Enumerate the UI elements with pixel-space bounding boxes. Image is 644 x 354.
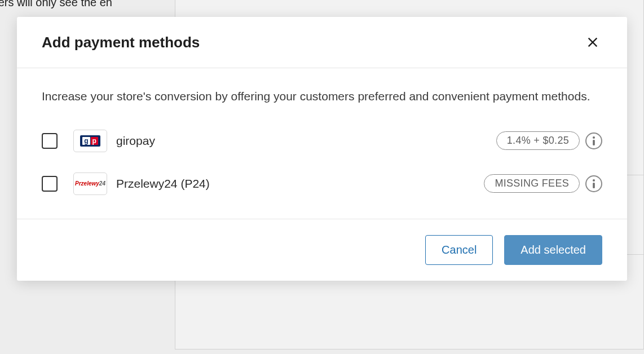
giropay-logo: gp: [73, 130, 107, 152]
info-icon: [592, 179, 596, 188]
close-button[interactable]: [583, 33, 602, 52]
fee-badge-p24: MISSING FEES: [484, 174, 580, 193]
checkbox-giropay[interactable]: [42, 133, 58, 149]
modal-header: Add payment methods: [17, 17, 627, 68]
payment-method-row-giropay: gp giropay 1.4% + $0.25: [42, 125, 602, 157]
modal-title: Add payment methods: [42, 34, 200, 51]
fee-badge-giropay: 1.4% + $0.25: [496, 131, 580, 150]
cancel-button[interactable]: Cancel: [425, 235, 493, 265]
close-icon: [586, 36, 599, 48]
modal-footer: Cancel Add selected: [17, 219, 627, 281]
svg-rect-3: [593, 140, 595, 145]
info-button-p24[interactable]: [585, 175, 602, 192]
svg-rect-5: [593, 183, 595, 188]
modal-body: Increase your store's conversion by offe…: [17, 68, 627, 219]
p24-logo: Przelewy24: [73, 172, 107, 195]
add-selected-button[interactable]: Add selected: [504, 235, 602, 265]
svg-point-4: [593, 179, 595, 182]
svg-point-2: [593, 136, 595, 139]
method-name-p24: Przelewy24 (P24): [116, 177, 484, 191]
method-name-giropay: giropay: [116, 134, 496, 148]
info-icon: [592, 136, 596, 145]
checkbox-p24[interactable]: [42, 176, 58, 192]
payment-method-row-p24: Przelewy24 Przelewy24 (P24) MISSING FEES: [42, 168, 602, 200]
add-payment-methods-modal: Add payment methods Increase your store'…: [17, 17, 627, 281]
modal-description: Increase your store's conversion by offe…: [42, 87, 602, 106]
info-button-giropay[interactable]: [585, 132, 602, 149]
